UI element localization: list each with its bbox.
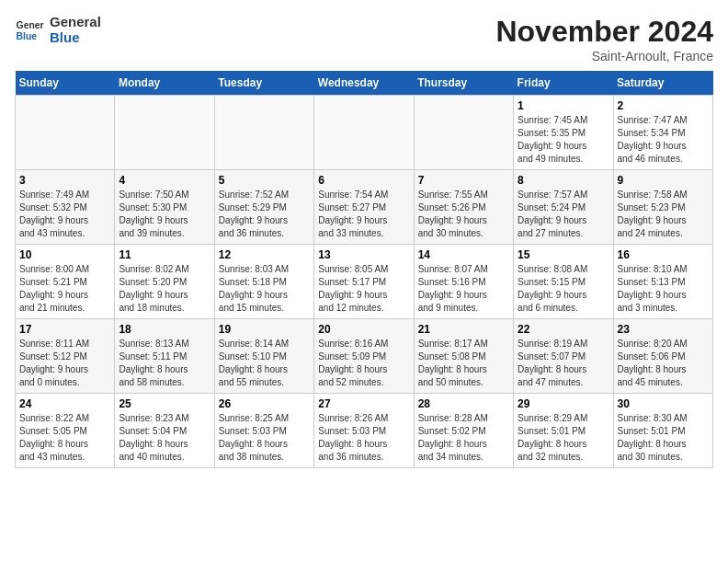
calendar-cell: 5Sunrise: 7:52 AM Sunset: 5:29 PM Daylig… [214, 170, 313, 245]
calendar-cell: 17Sunrise: 8:11 AM Sunset: 5:12 PM Dayli… [16, 319, 115, 394]
calendar-cell: 11Sunrise: 8:02 AM Sunset: 5:20 PM Dayli… [115, 245, 214, 319]
calendar-cell: 21Sunrise: 8:17 AM Sunset: 5:08 PM Dayli… [414, 319, 513, 394]
logo-blue: Blue [50, 30, 101, 46]
logo: General Blue General Blue [15, 15, 101, 45]
calendar-week-5: 24Sunrise: 8:22 AM Sunset: 5:05 PM Dayli… [16, 394, 713, 468]
calendar-cell: 6Sunrise: 7:54 AM Sunset: 5:27 PM Daylig… [314, 170, 414, 245]
calendar-cell: 12Sunrise: 8:03 AM Sunset: 5:18 PM Dayli… [214, 245, 313, 319]
calendar-cell: 14Sunrise: 8:07 AM Sunset: 5:16 PM Dayli… [414, 245, 513, 319]
day-number: 9 [618, 174, 709, 187]
weekday-header-tuesday: Tuesday [214, 71, 313, 96]
day-info: Sunrise: 8:20 AM Sunset: 5:06 PM Dayligh… [618, 338, 709, 389]
calendar-cell [115, 96, 214, 170]
calendar-cell: 16Sunrise: 8:10 AM Sunset: 5:13 PM Dayli… [613, 245, 712, 319]
day-number: 15 [518, 248, 609, 261]
day-info: Sunrise: 8:02 AM Sunset: 5:20 PM Dayligh… [119, 263, 210, 315]
day-info: Sunrise: 8:16 AM Sunset: 5:09 PM Dayligh… [318, 338, 409, 389]
calendar-cell [16, 96, 115, 170]
day-number: 7 [418, 174, 509, 187]
day-info: Sunrise: 8:07 AM Sunset: 5:16 PM Dayligh… [418, 263, 509, 315]
day-info: Sunrise: 8:08 AM Sunset: 5:15 PM Dayligh… [518, 263, 609, 315]
calendar-cell: 27Sunrise: 8:26 AM Sunset: 5:03 PM Dayli… [314, 394, 414, 468]
calendar-cell: 7Sunrise: 7:55 AM Sunset: 5:26 PM Daylig… [414, 170, 513, 245]
calendar-cell: 30Sunrise: 8:30 AM Sunset: 5:01 PM Dayli… [613, 394, 712, 468]
day-number: 24 [19, 397, 110, 410]
calendar-cell: 29Sunrise: 8:29 AM Sunset: 5:01 PM Dayli… [514, 394, 613, 468]
day-number: 22 [518, 323, 609, 336]
logo-general: General [50, 15, 101, 30]
day-number: 17 [19, 323, 110, 336]
day-info: Sunrise: 7:57 AM Sunset: 5:24 PM Dayligh… [518, 189, 609, 240]
calendar-week-2: 3Sunrise: 7:49 AM Sunset: 5:32 PM Daylig… [16, 170, 713, 245]
day-number: 12 [219, 248, 310, 261]
calendar-cell: 8Sunrise: 7:57 AM Sunset: 5:24 PM Daylig… [514, 170, 613, 245]
calendar-cell: 25Sunrise: 8:23 AM Sunset: 5:04 PM Dayli… [115, 394, 214, 468]
weekday-header-saturday: Saturday [613, 71, 712, 96]
page-header: General Blue General Blue November 2024 … [15, 15, 713, 63]
day-info: Sunrise: 7:52 AM Sunset: 5:29 PM Dayligh… [219, 189, 310, 240]
day-number: 28 [418, 397, 509, 410]
day-number: 30 [618, 397, 709, 410]
day-info: Sunrise: 8:13 AM Sunset: 5:11 PM Dayligh… [119, 338, 210, 389]
calendar-cell: 28Sunrise: 8:28 AM Sunset: 5:02 PM Dayli… [414, 394, 513, 468]
day-number: 21 [418, 323, 509, 336]
calendar-cell: 19Sunrise: 8:14 AM Sunset: 5:10 PM Dayli… [214, 319, 313, 394]
day-info: Sunrise: 7:58 AM Sunset: 5:23 PM Dayligh… [618, 189, 709, 240]
day-number: 8 [518, 174, 609, 187]
svg-text:Blue: Blue [17, 30, 38, 40]
calendar-cell: 22Sunrise: 8:19 AM Sunset: 5:07 PM Dayli… [514, 319, 613, 394]
calendar-cell: 10Sunrise: 8:00 AM Sunset: 5:21 PM Dayli… [16, 245, 115, 319]
day-info: Sunrise: 8:28 AM Sunset: 5:02 PM Dayligh… [418, 412, 509, 464]
day-number: 16 [618, 248, 709, 261]
day-number: 4 [119, 174, 210, 187]
day-number: 29 [518, 397, 609, 410]
day-number: 25 [119, 397, 210, 410]
calendar-cell: 3Sunrise: 7:49 AM Sunset: 5:32 PM Daylig… [16, 170, 115, 245]
day-info: Sunrise: 8:23 AM Sunset: 5:04 PM Dayligh… [119, 412, 210, 464]
day-info: Sunrise: 8:10 AM Sunset: 5:13 PM Dayligh… [618, 263, 709, 315]
day-info: Sunrise: 8:11 AM Sunset: 5:12 PM Dayligh… [19, 338, 110, 389]
calendar-cell: 26Sunrise: 8:25 AM Sunset: 5:03 PM Dayli… [214, 394, 313, 468]
calendar-table: SundayMondayTuesdayWednesdayThursdayFrid… [15, 71, 713, 468]
logo-icon: General Blue [15, 16, 44, 45]
location-subtitle: Saint-Arnoult, France [495, 49, 713, 63]
calendar-week-4: 17Sunrise: 8:11 AM Sunset: 5:12 PM Dayli… [16, 319, 713, 394]
calendar-cell: 18Sunrise: 8:13 AM Sunset: 5:11 PM Dayli… [115, 319, 214, 394]
calendar-cell: 4Sunrise: 7:50 AM Sunset: 5:30 PM Daylig… [115, 170, 214, 245]
calendar-cell: 15Sunrise: 8:08 AM Sunset: 5:15 PM Dayli… [514, 245, 613, 319]
calendar-cell: 23Sunrise: 8:20 AM Sunset: 5:06 PM Dayli… [613, 319, 712, 394]
day-info: Sunrise: 8:26 AM Sunset: 5:03 PM Dayligh… [318, 412, 409, 464]
day-number: 27 [318, 397, 409, 410]
calendar-cell: 9Sunrise: 7:58 AM Sunset: 5:23 PM Daylig… [613, 170, 712, 245]
calendar-header-row: SundayMondayTuesdayWednesdayThursdayFrid… [16, 71, 713, 96]
calendar-cell [414, 96, 513, 170]
calendar-cell: 2Sunrise: 7:47 AM Sunset: 5:34 PM Daylig… [613, 96, 712, 170]
day-info: Sunrise: 8:05 AM Sunset: 5:17 PM Dayligh… [318, 263, 409, 315]
day-info: Sunrise: 8:14 AM Sunset: 5:10 PM Dayligh… [219, 338, 310, 389]
calendar-cell [214, 96, 313, 170]
day-info: Sunrise: 7:54 AM Sunset: 5:27 PM Dayligh… [318, 189, 409, 240]
weekday-header-thursday: Thursday [414, 71, 513, 96]
month-title: November 2024 [495, 15, 713, 49]
calendar-cell: 20Sunrise: 8:16 AM Sunset: 5:09 PM Dayli… [314, 319, 414, 394]
calendar-cell [314, 96, 414, 170]
day-number: 5 [219, 174, 310, 187]
day-number: 11 [119, 248, 210, 261]
day-number: 23 [618, 323, 709, 336]
day-number: 20 [318, 323, 409, 336]
day-info: Sunrise: 7:45 AM Sunset: 5:35 PM Dayligh… [518, 114, 609, 166]
weekday-header-sunday: Sunday [16, 71, 115, 96]
calendar-week-1: 1Sunrise: 7:45 AM Sunset: 5:35 PM Daylig… [16, 96, 713, 170]
day-number: 10 [19, 248, 110, 261]
day-number: 26 [219, 397, 310, 410]
calendar-cell: 1Sunrise: 7:45 AM Sunset: 5:35 PM Daylig… [514, 96, 613, 170]
day-info: Sunrise: 8:30 AM Sunset: 5:01 PM Dayligh… [618, 412, 709, 464]
day-info: Sunrise: 8:29 AM Sunset: 5:01 PM Dayligh… [518, 412, 609, 464]
title-block: November 2024 Saint-Arnoult, France [495, 15, 713, 63]
day-info: Sunrise: 8:22 AM Sunset: 5:05 PM Dayligh… [19, 412, 110, 464]
weekday-header-wednesday: Wednesday [314, 71, 414, 96]
day-info: Sunrise: 7:55 AM Sunset: 5:26 PM Dayligh… [418, 189, 509, 240]
day-number: 19 [219, 323, 310, 336]
day-number: 6 [318, 174, 409, 187]
day-info: Sunrise: 7:47 AM Sunset: 5:34 PM Dayligh… [618, 114, 709, 166]
